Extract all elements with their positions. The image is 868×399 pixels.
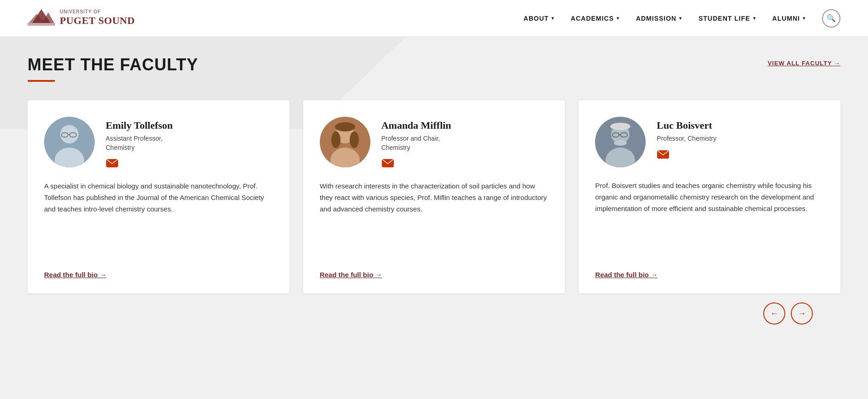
section-title: MEET THE FACULTY [28, 55, 198, 74]
svg-point-15 [331, 131, 340, 148]
faculty-card-amanda: Amanda Mifflin Professor and Chair,Chemi… [303, 100, 565, 293]
faculty-bio-luc: Prof. Boisvert studies and teaches organ… [595, 180, 824, 258]
avatar-amanda [320, 117, 370, 167]
faculty-bio-emily: A specialist in chemical biology and sus… [44, 181, 273, 258]
card-top: Emily Tollefson Assistant Professor,Chem… [44, 117, 273, 168]
chevron-down-icon: ▾ [753, 16, 756, 21]
logo[interactable]: UNIVERSITY of PUGET SOUND [28, 7, 135, 30]
main-nav: ABOUT ▾ ACADEMICS ▾ ADMISSION ▾ STUDENT … [523, 9, 840, 28]
faculty-card-luc: Luc Boisvert Professor, Chemistry Prof. … [579, 100, 840, 293]
nav-academics[interactable]: ACADEMICS ▾ [571, 15, 619, 22]
nav-alumni[interactable]: ALUMNI ▾ [772, 15, 806, 22]
nav-admission[interactable]: ADMISSION ▾ [636, 15, 682, 22]
faculty-cards-grid: Emily Tollefson Assistant Professor,Chem… [28, 100, 840, 293]
main-content: MEET THE FACULTY VIEW ALL FACULTY → [0, 37, 868, 352]
avatar-image-luc [595, 117, 646, 167]
faculty-name-luc: Luc Boisvert [657, 120, 716, 131]
faculty-name-emily: Emily Tollefson [106, 120, 173, 131]
card-info-amanda: Amanda Mifflin Professor and Chair,Chemi… [381, 117, 451, 168]
envelope-icon [657, 150, 669, 159]
card-info-luc: Luc Boisvert Professor, Chemistry [657, 117, 716, 159]
next-arrow-icon: → [798, 309, 806, 319]
svg-point-25 [614, 140, 627, 146]
faculty-title-luc: Professor, Chemistry [657, 134, 716, 143]
site-header: UNIVERSITY of PUGET SOUND ABOUT ▾ ACADEM… [0, 0, 868, 37]
search-icon: 🔍 [827, 14, 836, 23]
avatar-image-emily [44, 117, 95, 167]
card-top-luc: Luc Boisvert Professor, Chemistry [595, 117, 824, 167]
svg-rect-3 [28, 23, 55, 26]
svg-point-14 [335, 122, 355, 131]
logo-university: UNIVERSITY of [60, 9, 135, 15]
avatar-emily [44, 117, 95, 167]
avatar-luc [595, 117, 646, 167]
svg-point-16 [350, 131, 359, 148]
faculty-card-emily: Emily Tollefson Assistant Professor,Chem… [28, 100, 289, 293]
prev-arrow-icon: ← [770, 309, 778, 319]
section-title-area: MEET THE FACULTY [28, 55, 198, 82]
svg-point-21 [610, 123, 630, 130]
next-arrow-button[interactable]: → [791, 302, 813, 325]
logo-name: PUGET SOUND [60, 15, 135, 27]
card-top-amanda: Amanda Mifflin Professor and Chair,Chemi… [320, 117, 549, 168]
chevron-down-icon: ▾ [679, 16, 682, 21]
logo-mountain-icon [28, 7, 55, 30]
card-info-emily: Emily Tollefson Assistant Professor,Chem… [106, 117, 173, 168]
read-bio-link-amanda[interactable]: Read the full bio → [320, 271, 549, 279]
email-icon-amanda[interactable] [381, 159, 394, 168]
logo-text: UNIVERSITY of PUGET SOUND [60, 9, 135, 27]
faculty-title-amanda: Professor and Chair,Chemistry [381, 134, 451, 152]
nav-about[interactable]: ABOUT ▾ [523, 15, 554, 22]
faculty-name-amanda: Amanda Mifflin [381, 120, 451, 131]
nav-student-life[interactable]: STUDENT LIFE ▾ [698, 15, 755, 22]
svg-point-5 [60, 125, 79, 143]
chevron-down-icon: ▾ [617, 16, 619, 21]
read-bio-link-luc[interactable]: Read the full bio → [595, 271, 824, 279]
faculty-title-emily: Assistant Professor,Chemistry [106, 134, 173, 152]
read-bio-link-emily[interactable]: Read the full bio → [44, 271, 273, 279]
envelope-icon [106, 159, 118, 167]
section-header: MEET THE FACULTY VIEW ALL FACULTY → [28, 55, 840, 82]
carousel-nav: ← → [28, 293, 840, 325]
faculty-bio-amanda: With research interests in the character… [320, 181, 549, 258]
email-icon-emily[interactable] [106, 159, 119, 168]
chevron-down-icon: ▾ [551, 16, 554, 21]
prev-arrow-button[interactable]: ← [763, 302, 785, 325]
search-button[interactable]: 🔍 [822, 9, 840, 28]
chevron-down-icon: ▾ [803, 16, 806, 21]
title-underline [28, 80, 55, 82]
envelope-icon [382, 159, 394, 167]
email-icon-luc[interactable] [657, 150, 669, 159]
view-all-faculty-link[interactable]: VIEW ALL FACULTY → [768, 60, 840, 67]
avatar-image-amanda [320, 117, 370, 167]
